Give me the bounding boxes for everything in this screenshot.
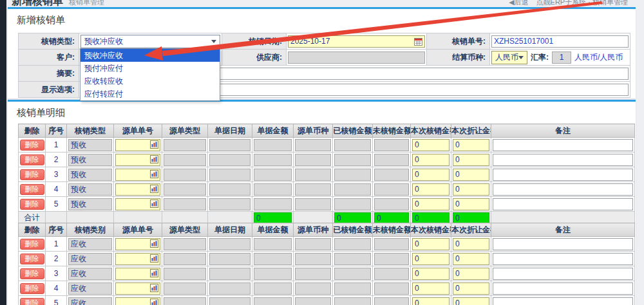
currency-select[interactable]: 人民币 [491,51,527,64]
source-doc-input[interactable] [115,253,160,265]
lookup-icon[interactable] [150,269,158,277]
delete-row-button[interactable]: 删除 [20,268,44,279]
current-discount-input[interactable]: 0 [453,238,489,250]
row-number: 3 [46,266,67,281]
dropdown-option[interactable]: 应收转应收 [80,75,220,88]
total-current-discount: 0 [453,212,489,223]
source-doc-input[interactable] [115,198,160,210]
lookup-icon[interactable] [150,199,158,208]
current-writeoff-input[interactable]: 0 [412,253,450,265]
table-row: 删除1预收00 [19,138,635,152]
remark-input[interactable] [493,282,633,295]
written-off-cell [334,183,371,196]
delete-row-button[interactable]: 删除 [20,283,44,294]
remark-input[interactable] [493,238,633,250]
writeoff-type-select[interactable]: 预收冲应收 [80,35,220,48]
current-writeoff-input[interactable]: 0 [412,154,450,166]
delete-row-button[interactable]: 删除 [20,154,44,165]
delete-row-button[interactable]: 删除 [20,199,44,210]
source-doc-input[interactable] [115,268,160,280]
doc-date-cell [209,139,251,151]
source-doc-input[interactable] [115,297,160,305]
source-doc-input[interactable] [115,169,160,181]
delete-row-button[interactable]: 删除 [20,298,44,305]
writeoff-date-input[interactable]: 2025-10-17 [288,35,425,48]
writeoff-type-cell: 预收 [68,139,112,151]
source-type-cell [164,139,206,151]
sidebar-edge [0,0,6,305]
lookup-icon[interactable] [150,254,158,263]
row-number: 1 [46,138,67,152]
current-writeoff-input[interactable]: 0 [412,282,450,295]
current-writeoff-input[interactable]: 0 [412,183,450,196]
remark-input[interactable] [493,253,633,265]
current-discount-input[interactable]: 0 [453,183,489,196]
current-writeoff-input[interactable]: 0 [412,198,450,210]
delete-row-button[interactable]: 删除 [20,184,44,195]
current-discount-input[interactable]: 0 [453,139,489,151]
current-writeoff-input[interactable]: 0 [412,169,450,181]
column-header: 删除 [19,124,46,138]
detail-section-title: 核销单明细 [17,107,65,119]
table-row: 删除2预收00 [19,152,635,167]
source-doc-input[interactable] [115,154,160,166]
table-row: 删除2应收00 [19,252,635,266]
lookup-icon[interactable] [150,185,158,193]
lookup-icon[interactable] [150,284,158,292]
current-discount-input[interactable]: 0 [453,268,489,280]
current-discount-input[interactable]: 0 [453,297,489,305]
doc-date-cell [209,282,251,295]
lookup-icon[interactable] [150,170,158,178]
dropdown-option[interactable]: 预收冲应收 [80,49,220,62]
dropdown-option[interactable]: 应付转应付 [80,88,220,100]
source-doc-input[interactable] [115,139,160,151]
column-header: 源单币种 [294,223,333,237]
current-writeoff-input[interactable]: 0 [412,268,450,280]
source-doc-input[interactable] [115,282,160,295]
remark-input[interactable] [493,268,633,280]
back-link[interactable]: ◀后退 [509,0,528,6]
row-number: 2 [46,152,67,167]
delete-row-button[interactable]: 删除 [20,239,44,250]
current-discount-input[interactable]: 0 [453,198,489,210]
source-doc-input[interactable] [115,238,160,250]
delete-row-button[interactable]: 删除 [20,254,44,264]
writeoff-no-input[interactable]: XZHS251017001 [491,35,629,48]
lookup-icon[interactable] [150,299,158,305]
doc-date-cell [209,183,251,196]
lookup-icon[interactable] [150,239,158,248]
remark-input[interactable] [493,183,633,196]
remark-input[interactable] [493,297,633,305]
current-writeoff-input[interactable]: 0 [412,139,450,151]
doc-amount-cell [254,253,292,265]
remark-input[interactable] [493,139,633,151]
doc-date-cell [209,253,251,265]
source-type-cell [164,268,206,280]
column-header: 未核销金额 [373,124,411,138]
current-writeoff-input[interactable]: 0 [412,238,450,250]
lookup-icon[interactable] [150,140,158,149]
source-currency-cell [295,139,331,151]
doc-amount-cell [254,282,292,295]
current-discount-input[interactable]: 0 [453,253,489,265]
remark-input[interactable] [493,154,633,166]
column-header: 本次折让金额 [451,223,491,237]
row-number: 3 [46,167,67,182]
delete-row-button[interactable]: 删除 [20,140,44,151]
row-number: 1 [46,237,67,252]
current-discount-input[interactable]: 0 [453,169,489,181]
dropdown-option[interactable]: 预付冲应付 [80,62,220,75]
column-header: 源单类型 [162,223,208,237]
source-currency-cell [295,297,331,305]
current-discount-input[interactable]: 0 [453,154,489,166]
remark-input[interactable] [493,169,633,181]
current-writeoff-input[interactable]: 0 [412,297,450,305]
lookup-icon[interactable] [150,155,158,163]
current-discount-input[interactable]: 0 [453,282,489,295]
calendar-icon[interactable] [414,37,422,46]
source-doc-input[interactable] [115,183,160,196]
remark-input[interactable] [493,198,633,210]
doc-amount-cell [254,198,292,210]
delete-row-button[interactable]: 删除 [20,169,44,180]
written-off-cell [334,268,371,280]
